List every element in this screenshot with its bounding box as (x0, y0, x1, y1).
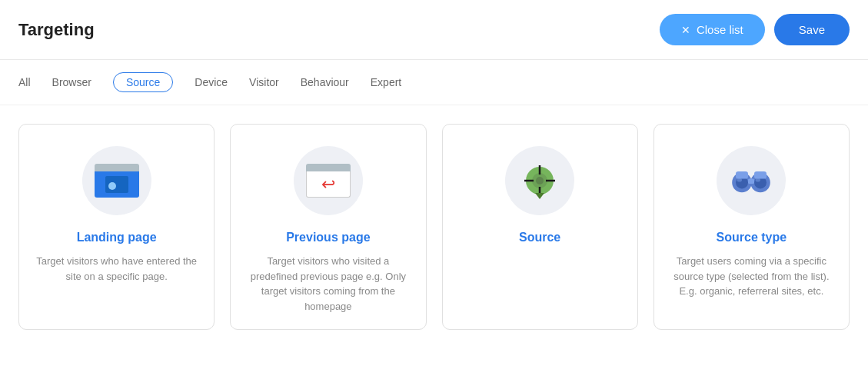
card-previous-page-title: Previous page (286, 231, 370, 244)
svg-rect-15 (754, 171, 767, 179)
tab-device[interactable]: Device (195, 73, 228, 91)
tab-expert[interactable]: Expert (371, 73, 401, 91)
page-title: Targeting (18, 20, 95, 40)
svg-point-2 (536, 177, 544, 185)
source-icon-wrap (505, 146, 574, 215)
arrow-icon: ↩ (321, 176, 335, 193)
tab-all[interactable]: All (18, 73, 31, 91)
tabs-bar: All Browser Source Device Visitor Behavi… (0, 60, 868, 105)
tab-source[interactable]: Source (113, 72, 173, 92)
previous-page-icon: ↩ (306, 164, 351, 198)
close-list-button[interactable]: ✕ Close list (660, 14, 765, 45)
binoculars-icon (730, 165, 773, 196)
card-source-title: Source (519, 231, 560, 244)
card-previous-page-desc: Target visitors who visited a predefined… (246, 254, 410, 314)
landing-page-icon (95, 164, 139, 198)
svg-rect-14 (736, 171, 748, 179)
header: Targeting ✕ Close list Save (0, 0, 868, 60)
card-landing-page-title: Landing page (77, 231, 157, 244)
card-source-type[interactable]: Source type Target users coming via a sp… (653, 124, 850, 330)
card-source-type-desc: Target users coming via a specific sourc… (670, 254, 833, 299)
header-actions: ✕ Close list Save (660, 14, 850, 45)
card-source-type-title: Source type (717, 231, 787, 244)
tab-visitor[interactable]: Visitor (249, 73, 279, 91)
card-landing-page[interactable]: Landing page Target visitors who have en… (18, 124, 215, 330)
cards-container: Landing page Target visitors who have en… (0, 105, 868, 348)
tab-behaviour[interactable]: Behaviour (301, 73, 349, 91)
close-list-label: Close list (697, 23, 743, 36)
save-button[interactable]: Save (774, 14, 850, 45)
svg-rect-13 (748, 179, 754, 184)
card-previous-page[interactable]: ↩ Previous page Target visitors who visi… (230, 124, 426, 330)
source-type-icon-wrap (717, 146, 786, 215)
crosshair-icon (518, 159, 561, 202)
previous-page-icon-wrap: ↩ (294, 146, 363, 215)
close-icon: ✕ (681, 24, 690, 36)
landing-page-icon-wrap (82, 146, 151, 215)
card-landing-page-desc: Target visitors who have entered the sit… (35, 254, 198, 284)
tab-browser[interactable]: Browser (52, 73, 91, 91)
card-source[interactable]: Source (442, 124, 638, 330)
